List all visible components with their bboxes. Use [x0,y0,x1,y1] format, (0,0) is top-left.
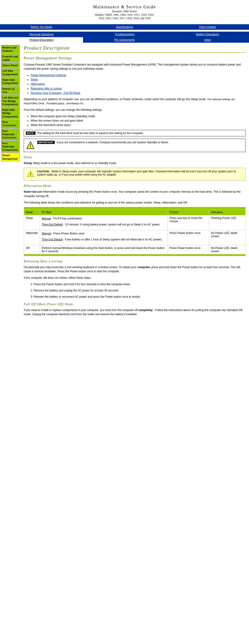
sleep-to-end-cell: Press any key or move the mouse [168,215,209,230]
svg-text:!: ! [30,144,31,148]
main-container: Models and Features Controls and Lights … [0,43,249,321]
hibernation-intro: Hibernation Hibernation mode occurs by p… [24,190,246,198]
nav-row3: Product Description Pin Assignments Inde… [0,37,249,43]
note-text: The setting for the hard drive must be l… [37,132,144,135]
sidebar-item-rear[interactable]: Rear Connectors [1,120,19,128]
sidebar: Models and Features Controls and Lights … [1,45,19,319]
sidebar-item-status-panel[interactable]: Status Panel [1,63,19,68]
link-hibernation[interactable]: Hibernation [31,82,45,86]
nav-product-description[interactable]: Product Description [0,37,83,43]
defaults-item-3: When the hard drive slows down [31,123,246,127]
important-icon: ! [26,141,35,150]
nav-index[interactable]: Index [166,37,249,43]
svg-text:!: ! [30,172,31,176]
hibernate-indicators-cell: No Power LED, blank screen [209,230,246,245]
table-header-mode: Mode [24,209,40,215]
conditions-text: Depending on your patterns of computer u… [24,97,246,106]
note-label: NOTE: [26,132,35,135]
caution-triangle-icon: ! [27,170,35,178]
section-heading-power-mgmt: Power Management Settings [24,56,246,60]
nav-specifications[interactable]: Specifications [83,24,166,30]
hibernate-mode-cell: Hibernate [24,230,40,245]
subtitle: Presario 1900 Series [2,10,247,13]
defaults-item-1: When the computer goes into Sleep (Stand… [31,114,246,118]
table-row-sleep: Sleep Manual - Fn+F4 key combination Tim… [24,215,246,230]
hibernate-to-start-cell: Manual - Press Power Button once Time Ou… [40,230,168,245]
caution-text: While in Sleep mode, your computer will … [37,170,236,176]
defaults-text: From the default settings, you can chang… [24,108,246,112]
main-title: Maintenance & Service Guide [2,4,247,10]
table-row-hibernate: Hibernate Manual - Press Power Button on… [24,230,246,245]
table-header-to-start: To Start [40,209,168,215]
sidebar-item-power-management[interactable]: Power Management [1,153,19,161]
off-indicators-cell: No Power LED, blank screen [209,245,246,254]
content-area: Product Description Power Management Set… [21,45,248,319]
page-title: Product Description [24,45,246,52]
rebooting-text2: If the computer still does not restart, … [24,276,246,280]
sidebar-item-port-connectors[interactable]: Port Replicator Connectors [1,128,19,140]
important-text: If you are connected to a network, Compa… [57,141,170,144]
sleep-heading: Sleep [24,156,246,159]
nav-removal-sequence[interactable]: Removal Sequence [0,32,83,37]
table-row-off: Off Perform normal Windows shutdown usin… [24,245,246,254]
sidebar-item-right-wedge[interactable]: Right Side Wedge Components [1,107,19,119]
nav-row2: Removal Sequence Troubleshooting Battery… [0,32,249,37]
hibernation-heading: Hibernation Mode [24,184,246,188]
caution-label: CAUTION: [37,170,49,173]
table-header-to-end: To End [168,209,209,215]
fulloff-text: If you need to install or replace compon… [24,308,246,316]
sidebar-item-models-features[interactable]: Models and Features [1,45,19,54]
link-sleep[interactable]: Sleep [31,78,38,81]
off-mode-cell: Off [24,245,40,254]
caution-box: ! CAUTION: While in Sleep mode, your com… [24,168,246,181]
important-box: ! IMPORTANT: If you are connected to a n… [24,139,246,152]
nav-troubleshooting[interactable]: Troubleshooting [83,32,166,37]
nav-row1: Before You Begin Specifications Parts Ca… [0,24,249,30]
link-servicing[interactable]: Servicing Your Computer - Full Off Mode [31,91,80,94]
note-box: NOTE: The setting for the hard drive mus… [24,130,246,136]
hibernate-to-end-cell: Press Power button once [168,230,209,245]
table-header-indicators: Indicators [209,209,246,215]
defaults-item-2: When the screen times out and goes blank [31,118,246,123]
link-rebooting[interactable]: Rebooting After a Lockup [31,87,62,90]
rebooting-step-1: 1. Press the Power button and hold it fo… [31,282,246,286]
sleep-mode-cell: Sleep [24,215,40,230]
off-to-start-cell: Perform normal Windows shutdown using th… [40,245,168,254]
models-line1: Models: 1900T, 1905, 1906, 1910, 1915, 1… [2,13,247,16]
page-header: Maintenance & Service Guide Presario 190… [0,0,249,22]
rebooting-heading: Rebooting After a Lockup [24,260,246,263]
nav-parts-catalog[interactable]: Parts Catalog [166,24,249,30]
rebooting-steps: 1. Press the Power button and hold it fo… [31,282,246,299]
models-line2: 1922, 1925, 1926, 1927, 1928, 1929, and … [2,16,247,20]
rebooting-text1: Occasionally you may encounter a non-wor… [24,265,246,274]
nav-battery-operations[interactable]: Battery Operations [166,32,249,37]
sidebar-item-right-side[interactable]: Right Side Components [1,77,19,86]
rebooting-step-2: 2. Remove the battery and unplug the AC … [31,288,246,293]
power-modes-table: Mode To Start To End Indicators Sleep Ma… [24,207,246,256]
sleep-indicators-cell: Flashing Power LED [209,215,246,230]
intro-paragraph: Compaq Presario 1900 Series Portable Com… [24,62,246,71]
nav-before-you-begin[interactable]: Before You Begin [0,24,83,30]
link-power-mgmt-settings[interactable]: Power Management Settings [31,74,66,77]
important-text-content: IMPORTANT: If you are connected to a net… [37,141,170,144]
sidebar-item-bottom[interactable]: Bottom of Unit [1,86,19,95]
important-label: IMPORTANT: [37,141,55,144]
sleep-to-start-cell: Manual - Fn+F4 key combination Time-Out … [40,215,168,230]
nav-pin-assignments[interactable]: Pin Assignments [83,37,166,43]
sidebar-item-left-wedge[interactable]: Left Side and Top Wedge Components [1,95,19,107]
caution-text-content: CAUTION: While in Sleep mode, your compu… [37,170,243,176]
bullet-links-list: Power Management Settings Sleep Hibernat… [31,73,246,95]
sidebar-item-controls-lights[interactable]: Controls and Lights [1,54,19,62]
sleep-intro: Sleep Sleep mode is a low power mode, al… [24,161,246,166]
sidebar-item-port-components[interactable]: Port Replicator Components [1,141,19,152]
rebooting-step-3: 3. Reinsert the battery or reconnect AC … [31,295,246,299]
sidebar-item-left-side[interactable]: Left Side Components [1,68,19,77]
fulloff-heading: Full Off (Main Power Off) Mode [24,302,246,306]
table-intro: The following table shows the conditions… [24,200,246,205]
off-to-end-cell: Press Power button once [168,245,209,254]
defaults-list: When the computer goes into Sleep (Stand… [31,114,246,128]
